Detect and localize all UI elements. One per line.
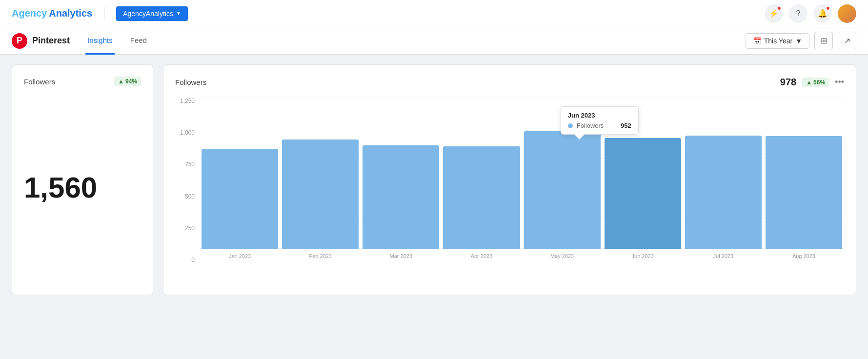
followers-value: 1,560: [24, 170, 141, 205]
x-axis-label: Jul 2023: [685, 253, 762, 259]
chart-inner: 1,250 1,000 750 500 250 0: [175, 98, 844, 263]
up-arrow-icon: ▲: [118, 78, 124, 85]
x-axis-label: Mar 2023: [363, 253, 439, 259]
chart-tooltip: Jun 2023 Followers 952: [561, 106, 639, 135]
chart-bar[interactable]: [605, 138, 681, 249]
user-avatar[interactable]: [838, 4, 856, 23]
chart-bar[interactable]: [282, 140, 359, 249]
chart-options-button[interactable]: •••: [835, 77, 844, 87]
tab-bar-right: 📅 This Year ▼ ⊞ ↗: [746, 32, 856, 50]
brand-agency: Agency: [12, 8, 47, 19]
bar-group[interactable]: [685, 98, 762, 249]
notifications-badge: [826, 6, 830, 10]
lightning-badge: [777, 6, 781, 10]
pinterest-icon: P: [12, 33, 27, 49]
x-axis-label: Jun 2023: [605, 253, 681, 259]
share-icon: ↗: [844, 36, 850, 45]
tooltip-month: Jun 2023: [568, 112, 631, 119]
tooltip-value: 952: [621, 122, 631, 129]
chart-bar[interactable]: [766, 136, 842, 249]
tooltip-row: Followers 952: [568, 122, 631, 129]
bar-group[interactable]: [363, 98, 439, 249]
tab-feed[interactable]: Feed: [128, 27, 149, 55]
followers-change-badge: ▲ 94%: [114, 77, 141, 86]
y-label-500: 500: [185, 193, 195, 200]
y-label-250: 250: [185, 225, 195, 232]
agency-analytics-button[interactable]: AgencyAnalytics ▼: [116, 6, 188, 21]
tooltip-metric: Followers: [577, 122, 604, 129]
lightning-icon: ⚡: [769, 9, 779, 18]
tooltip-dot: [568, 123, 573, 128]
notifications-button[interactable]: 🔔: [813, 4, 832, 23]
avatar-image: [838, 4, 856, 23]
filter-icon: ⊞: [821, 36, 827, 45]
x-axis-label: Apr 2023: [443, 253, 520, 259]
bars-row: [200, 98, 844, 249]
chart-title: Followers: [175, 78, 206, 86]
chart-header: Followers 978 ▲ 56% •••: [175, 77, 844, 88]
navbar-left: AgencyAnalytics AgencyAnalytics ▼: [12, 6, 188, 21]
followers-card-header: Followers ▲ 94%: [24, 77, 141, 86]
share-button[interactable]: ↗: [838, 32, 856, 50]
agency-button-label: AgencyAnalytics: [123, 10, 173, 18]
x-axis-label: Jan 2023: [202, 253, 278, 259]
chart-area: Jan 2023Feb 2023Mar 2023Apr 2023May 2023…: [200, 98, 844, 263]
calendar-icon: 📅: [753, 37, 761, 45]
chart-change-badge: ▲ 56%: [802, 78, 829, 87]
x-labels: Jan 2023Feb 2023Mar 2023Apr 2023May 2023…: [200, 249, 844, 263]
chart-bar[interactable]: [363, 145, 439, 249]
tab-bar-left: P Pinterest Insights Feed: [12, 27, 162, 55]
bar-group[interactable]: [443, 98, 520, 249]
date-range-label: This Year: [764, 37, 792, 45]
chart-bar[interactable]: [443, 146, 520, 249]
followers-card: Followers ▲ 94% 1,560: [12, 64, 153, 295]
chart-bar[interactable]: [685, 136, 762, 249]
main-content: Followers ▲ 94% 1,560 Followers 978 ▲ 56…: [0, 55, 868, 305]
tab-insights[interactable]: Insights: [85, 27, 115, 55]
followers-card-title: Followers: [24, 78, 55, 86]
brand-logo: AgencyAnalytics: [12, 8, 92, 19]
chart-header-right: 978 ▲ 56% •••: [780, 77, 844, 88]
x-axis-label: Feb 2023: [282, 253, 359, 259]
platform-label: P Pinterest: [12, 33, 70, 49]
x-axis-label: Aug 2023: [766, 253, 842, 259]
bell-icon: 🔔: [818, 9, 828, 18]
x-axis-label: May 2023: [524, 253, 601, 259]
chart-card: Followers 978 ▲ 56% ••• 1,250 1,000 750 …: [163, 64, 856, 295]
tab-bar: P Pinterest Insights Feed 📅 This Year ▼ …: [0, 27, 868, 55]
y-label-750: 750: [185, 161, 195, 168]
date-chevron-icon: ▼: [795, 37, 802, 45]
y-axis: 1,250 1,000 750 500 250 0: [175, 98, 200, 263]
chart-bar[interactable]: [524, 131, 601, 249]
chevron-down-icon: ▼: [176, 11, 181, 16]
platform-name: Pinterest: [32, 36, 70, 46]
brand-analytics: Analytics: [49, 8, 92, 19]
chart-bar[interactable]: [202, 149, 278, 249]
chart-container: 1,250 1,000 750 500 250 0: [175, 98, 844, 283]
navbar: AgencyAnalytics AgencyAnalytics ▼ ⚡ ? 🔔: [0, 0, 868, 27]
pinterest-p: P: [17, 36, 22, 46]
bar-group[interactable]: [202, 98, 278, 249]
bar-group[interactable]: [766, 98, 842, 249]
question-icon: ?: [796, 9, 801, 18]
filter-button[interactable]: ⊞: [814, 32, 833, 50]
lightning-button[interactable]: ⚡: [765, 4, 783, 23]
date-range-button[interactable]: 📅 This Year ▼: [746, 33, 809, 49]
followers-change-value: 94%: [125, 78, 137, 85]
tab-list: Insights Feed: [85, 27, 162, 55]
nav-divider: [104, 7, 104, 20]
chart-change-value: 56%: [813, 79, 825, 86]
navbar-right: ⚡ ? 🔔: [765, 4, 856, 23]
bar-group[interactable]: [282, 98, 359, 249]
chart-up-arrow-icon: ▲: [806, 79, 812, 86]
y-label-1250: 1,250: [180, 98, 195, 104]
y-label-0: 0: [191, 257, 195, 263]
help-button[interactable]: ?: [789, 4, 807, 23]
chart-current-value: 978: [780, 77, 796, 88]
y-label-1000: 1,000: [180, 129, 195, 136]
